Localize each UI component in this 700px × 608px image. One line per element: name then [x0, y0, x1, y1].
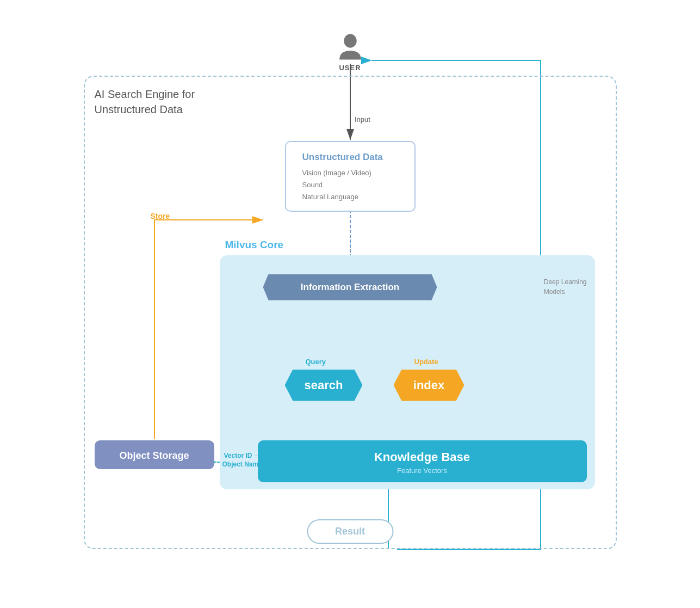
knowledge-base-box: Knowledge Base Feature Vectors: [258, 440, 587, 482]
title-label: AI Search Engine for Unstructured Data: [95, 87, 195, 117]
info-extraction-box: Information Extraction: [263, 274, 437, 300]
unstructured-title: Unstructured Data: [302, 152, 398, 163]
diagram-wrapper: Input AI Search Engine for Unstructured …: [51, 27, 649, 582]
unstructured-item-3: Natural Language: [302, 191, 398, 203]
user-block: USER: [336, 32, 365, 72]
knowledge-base-title: Knowledge Base: [258, 450, 587, 464]
vector-id-label: Vector ID →Object Name: [222, 451, 262, 470]
user-icon: [336, 32, 365, 62]
unstructured-item-2: Sound: [302, 179, 398, 191]
unstructured-item-1: Vision (Image / Video): [302, 167, 398, 179]
unstructured-items: Vision (Image / Video) Sound Natural Lan…: [302, 167, 398, 203]
result-box: Result: [307, 519, 393, 544]
search-shape: search: [285, 370, 363, 401]
milvus-label: Milvus Core: [225, 239, 284, 251]
query-label: Query: [306, 358, 326, 366]
svg-point-14: [344, 34, 356, 47]
object-storage-title: Object Storage: [95, 450, 214, 462]
knowledge-base-subtitle: Feature Vectors: [258, 466, 587, 475]
index-shape: index: [394, 370, 464, 401]
update-label: Update: [414, 358, 438, 366]
unstructured-data-box: Unstructured Data Vision (Image / Video)…: [285, 141, 416, 212]
store-label: Store: [151, 212, 170, 220]
object-storage-box: Object Storage: [95, 440, 214, 469]
user-label: USER: [339, 64, 361, 72]
deep-learning-label: Deep LearningModels: [544, 277, 587, 297]
